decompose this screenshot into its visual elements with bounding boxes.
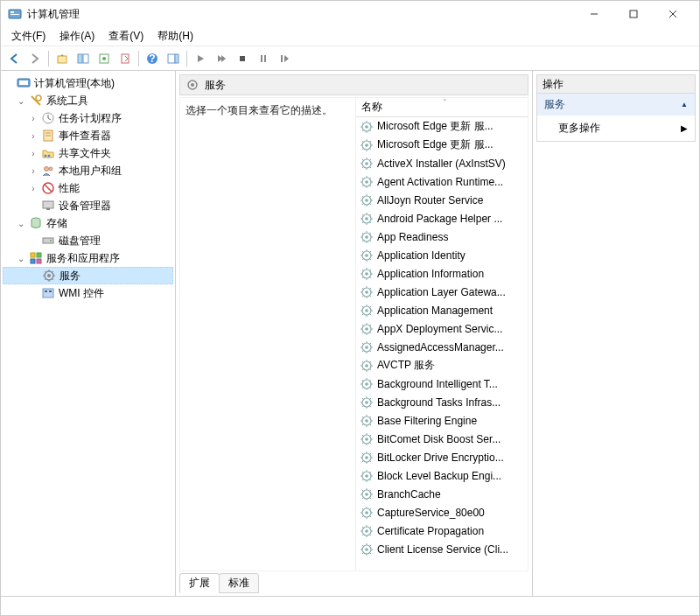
service-row[interactable]: Microsoft Edge 更新 服... [356,136,528,154]
service-row[interactable]: Application Information [356,264,528,283]
pause-button[interactable] [254,49,273,68]
svg-point-89 [365,474,368,478]
service-row[interactable]: Certificate Propagation [356,522,528,540]
svg-point-93 [365,511,368,514]
actions-more[interactable]: 更多操作 ▶ [537,116,695,141]
show-hide-tree-button[interactable] [74,49,93,68]
tree-root[interactable]: 计算机管理(本地) [3,74,173,92]
gear-icon [360,432,374,446]
svg-line-33 [45,185,52,192]
properties-button[interactable] [94,49,114,68]
up-button[interactable] [52,49,72,68]
titlebar: 计算机管理 [1,1,699,27]
service-row[interactable]: Client License Service (Cli... [356,540,528,558]
expand-icon[interactable]: › [27,131,39,141]
detail-tabs: 扩展 标准 [179,573,528,592]
menu-file[interactable]: 文件(F) [4,27,52,46]
toolbar: ? [1,46,699,71]
play-button[interactable] [191,49,210,68]
service-row[interactable]: App Readiness [356,228,528,246]
service-row[interactable]: Application Layer Gatewa... [356,283,528,301]
service-row[interactable]: AppX Deployment Servic... [356,319,528,338]
collapse-icon[interactable]: ⌄ [15,96,27,106]
service-row[interactable]: Microsoft Edge 更新 服... [356,117,528,136]
tree-device-manager[interactable]: 设备管理器 [3,197,173,214]
tab-extended[interactable]: 扩展 [179,573,220,593]
service-name: Agent Activation Runtime... [377,176,503,188]
tree-performance[interactable]: › 性能 [3,179,173,197]
back-button[interactable] [4,49,24,68]
tree-wmi[interactable]: WMI 控件 [3,284,173,302]
expand-icon[interactable]: › [27,184,39,193]
gear-icon [360,157,374,171]
list-body[interactable]: Microsoft Edge 更新 服...Microsoft Edge 更新 … [356,117,528,570]
actions-group-title[interactable]: 服务 ▲ [537,94,695,116]
service-row[interactable]: Background Intelligent T... [356,374,528,393]
service-row[interactable]: BitLocker Drive Encryptio... [356,448,528,466]
service-name: BranchCache [377,488,441,500]
service-row[interactable]: CaptureService_80e00 [356,503,528,522]
svg-point-23 [36,95,41,101]
collapse-icon[interactable]: ⌄ [15,219,27,228]
service-name: Microsoft Edge 更新 服... [377,119,494,134]
menu-action[interactable]: 操作(A) [52,27,102,46]
service-row[interactable]: Base Filtering Engine [356,411,528,430]
expand-icon[interactable]: › [27,166,39,176]
service-name: Application Management [377,304,493,317]
help-button[interactable]: ? [143,49,162,68]
tree-label: 系统工具 [46,94,88,108]
menu-view[interactable]: 查看(V) [102,27,150,46]
service-row[interactable]: Application Management [356,301,528,319]
forward-button[interactable] [25,49,45,68]
service-row[interactable]: Background Tasks Infras... [356,393,528,411]
service-name: BitComet Disk Boost Ser... [377,433,500,445]
actions-pane-button[interactable] [164,49,183,68]
gear-icon [360,120,374,134]
service-row[interactable]: AssignedAccessManager... [356,338,528,356]
list-header[interactable]: 名称 ⌃ [356,98,528,117]
menu-help[interactable]: 帮助(H) [150,27,200,46]
service-row[interactable]: Block Level Backup Engi... [356,466,528,485]
gear-icon [360,175,374,189]
device-icon [41,199,55,213]
service-row[interactable]: Android Package Helper ... [356,209,528,228]
service-row[interactable]: AVCTP 服务 [356,356,528,374]
nav-tree[interactable]: 计算机管理(本地) ⌄ 系统工具 › 任务计划程序 › 事件查看器 › 共享文件… [1,71,176,596]
tree-shared-folders[interactable]: › 共享文件夹 [3,144,173,162]
gear-icon [360,230,374,244]
svg-rect-39 [31,253,35,257]
collapse-icon[interactable]: ⌄ [15,254,27,263]
gear-icon [360,377,374,391]
restart-button[interactable] [275,49,294,68]
stop-button[interactable] [233,49,252,68]
tree-system-tools[interactable]: ⌄ 系统工具 [3,92,173,109]
service-row[interactable]: ActiveX Installer (AxInstSV) [356,154,528,172]
svg-point-97 [365,548,368,551]
close-button[interactable] [653,1,692,27]
svg-rect-17 [240,56,245,61]
service-row[interactable]: Application Identity [356,246,528,264]
tree-label: WMI 控件 [59,286,104,301]
svg-point-83 [365,419,368,423]
service-row[interactable]: Agent Activation Runtime... [356,172,528,191]
service-row[interactable]: BitComet Disk Boost Ser... [356,430,528,448]
expand-icon[interactable]: › [27,114,39,123]
tree-local-users[interactable]: › 本地用户和组 [3,162,173,179]
service-name: Microsoft Edge 更新 服... [377,137,494,152]
tree-task-scheduler[interactable]: › 任务计划程序 [3,109,173,127]
export-button[interactable] [116,49,135,68]
tree-disk-management[interactable]: 磁盘管理 [3,232,173,249]
expand-icon[interactable]: › [27,149,39,158]
svg-rect-22 [19,80,28,85]
tree-services-apps[interactable]: ⌄ 服务和应用程序 [3,249,173,267]
play-all-button[interactable] [212,49,231,68]
tree-event-viewer[interactable]: › 事件查看器 [3,127,173,144]
service-row[interactable]: BranchCache [356,485,528,503]
minimize-button[interactable] [574,1,613,27]
service-row[interactable]: AllJoyn Router Service [356,191,528,209]
tree-services[interactable]: 服务 [3,267,173,284]
maximize-button[interactable] [613,1,653,27]
tree-storage[interactable]: ⌄ 存储 [3,214,173,232]
tab-standard[interactable]: 标准 [219,573,259,593]
description-column: 选择一个项目来查看它的描述。 [180,98,355,570]
